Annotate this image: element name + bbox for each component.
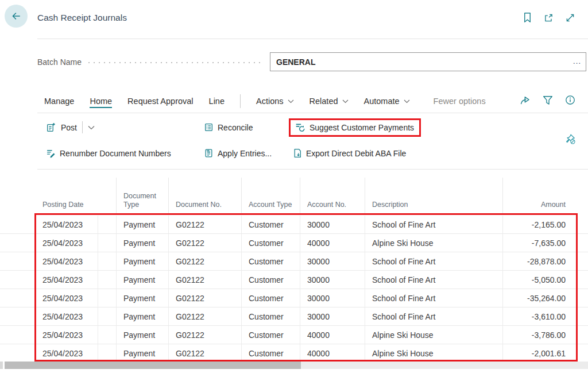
menu-request-approval[interactable]: Request Approval	[127, 97, 193, 106]
batch-name-input[interactable]	[270, 52, 586, 71]
cell-account-no[interactable]: 30000	[300, 252, 365, 270]
table-row[interactable]: 25/04/2023 Payment G02122 Customer 30000…	[0, 252, 588, 271]
cell-document-no[interactable]: G02122	[168, 344, 241, 361]
cell-posting-date[interactable]: 25/04/2023	[36, 271, 98, 289]
col-header-account-no[interactable]: Account No.	[300, 178, 365, 215]
table-row[interactable]: 25/04/2023 Payment G02122 Customer 30000…	[0, 307, 588, 326]
cell-posting-date[interactable]: 25/04/2023	[36, 326, 98, 344]
cell-description[interactable]: School of Fine Art	[365, 271, 502, 289]
reconcile-button[interactable]: Reconcile	[204, 122, 253, 132]
cell-description[interactable]: School of Fine Art	[365, 216, 502, 233]
cell-account-type[interactable]: Customer	[241, 307, 300, 325]
cell-document-type[interactable]: Payment	[116, 234, 168, 252]
cell-account-type[interactable]: Customer	[241, 271, 300, 289]
col-header-amount[interactable]: Amount	[502, 178, 577, 215]
cell-account-type[interactable]: Customer	[241, 216, 300, 233]
menu-related[interactable]: Related	[310, 97, 349, 106]
table-row[interactable]: 25/04/2023 Payment G02122 Customer 40000…	[0, 326, 588, 344]
cell-document-type[interactable]: Payment	[116, 344, 168, 361]
cell-account-type[interactable]: Customer	[241, 289, 300, 307]
cell-posting-date[interactable]: 25/04/2023	[36, 216, 98, 233]
horizontal-scrollbar-track[interactable]	[5, 362, 588, 369]
bookmark-icon[interactable]	[523, 12, 532, 23]
cell-amount[interactable]: -35,264.00	[502, 289, 577, 307]
cell-document-no[interactable]: G02122	[168, 234, 241, 252]
info-icon[interactable]	[565, 95, 575, 105]
menu-automate[interactable]: Automate	[364, 97, 410, 106]
cell-account-no[interactable]: 40000	[300, 326, 365, 344]
unpin-icon[interactable]	[564, 133, 576, 145]
apply-entries-button[interactable]: Apply Entries...	[204, 148, 272, 158]
table-row[interactable]: 25/04/2023 Payment G02122 Customer 40000…	[0, 344, 588, 361]
cell-amount[interactable]: -7,635.00	[502, 234, 577, 252]
cell-amount[interactable]: -3,610.00	[502, 307, 577, 325]
table-row[interactable]: 25/04/2023 Payment G02122 Customer 30000…	[0, 216, 588, 234]
cell-posting-date[interactable]: 25/04/2023	[36, 307, 98, 325]
cell-posting-date[interactable]: 25/04/2023	[36, 252, 98, 270]
col-header-account-type[interactable]: Account Type	[241, 178, 300, 215]
cell-document-no[interactable]: G02122	[168, 216, 241, 233]
col-header-description[interactable]: Description	[365, 178, 502, 215]
cell-description[interactable]: School of Fine Art	[365, 289, 502, 307]
suggest-customer-payments-button[interactable]: Suggest Customer Payments	[289, 118, 421, 137]
table-row[interactable]: 25/04/2023 Payment G02122 Customer 30000…	[0, 271, 588, 289]
export-file-icon	[293, 148, 302, 158]
menu-actions[interactable]: Actions	[256, 97, 294, 106]
horizontal-scrollbar-thumb[interactable]	[5, 362, 301, 369]
cell-amount[interactable]: -3,786.00	[502, 326, 577, 344]
cell-account-type[interactable]: Customer	[241, 344, 300, 361]
share-icon[interactable]	[520, 95, 531, 105]
cell-description[interactable]: School of Fine Art	[365, 307, 502, 325]
cell-document-no[interactable]: G02122	[168, 326, 241, 344]
cell-document-no[interactable]: G02122	[168, 289, 241, 307]
cell-description[interactable]: Alpine Ski House	[365, 234, 502, 252]
col-header-document-type[interactable]: Document Type	[116, 178, 168, 215]
cell-document-no[interactable]: G02122	[168, 252, 241, 270]
cell-description[interactable]: School of Fine Art	[365, 252, 502, 270]
cell-posting-date[interactable]: 25/04/2023	[36, 289, 98, 307]
open-in-window-icon[interactable]	[543, 13, 554, 23]
post-split-button[interactable]: Post	[46, 121, 95, 133]
ellipsis-lookup-icon[interactable]: …	[572, 55, 582, 67]
col-header-document-no[interactable]: Document No.	[168, 178, 241, 215]
expand-icon[interactable]	[565, 13, 575, 23]
cell-posting-date[interactable]: 25/04/2023	[36, 234, 98, 252]
cell-amount[interactable]: -5,050.00	[502, 271, 577, 289]
filter-icon[interactable]	[543, 95, 553, 105]
menu-fewer-options[interactable]: Fewer options	[434, 97, 486, 106]
table-row[interactable]: 25/04/2023 Payment G02122 Customer 40000…	[0, 234, 588, 252]
cell-amount[interactable]: -28,878.00	[502, 252, 577, 270]
cell-amount[interactable]: -2,001.61	[502, 344, 577, 361]
cell-posting-date[interactable]: 25/04/2023	[36, 344, 98, 361]
cell-document-type[interactable]: Payment	[116, 307, 168, 325]
menu-home[interactable]: Home	[90, 97, 112, 108]
cell-account-no[interactable]: 30000	[300, 271, 365, 289]
col-header-posting-date[interactable]: Posting Date	[36, 178, 116, 215]
cell-account-type[interactable]: Customer	[241, 326, 300, 344]
export-direct-debit-button[interactable]: Export Direct Debit ABA File	[293, 148, 406, 158]
renumber-document-numbers-button[interactable]: Renumber Document Numbers	[46, 148, 171, 158]
cell-document-type[interactable]: Payment	[116, 271, 168, 289]
row-gutter-right	[577, 271, 588, 289]
cell-account-type[interactable]: Customer	[241, 234, 300, 252]
cell-document-no[interactable]: G02122	[168, 271, 241, 289]
cell-account-no[interactable]: 40000	[300, 344, 365, 361]
cell-document-type[interactable]: Payment	[116, 216, 168, 233]
cell-document-no[interactable]: G02122	[168, 307, 241, 325]
cell-document-type[interactable]: Payment	[116, 326, 168, 344]
chevron-down-icon[interactable]	[88, 125, 95, 130]
cell-amount[interactable]: -2,165.00	[502, 216, 577, 233]
cell-account-no[interactable]: 30000	[300, 216, 365, 233]
cell-account-no[interactable]: 30000	[300, 289, 365, 307]
cell-document-type[interactable]: Payment	[116, 252, 168, 270]
table-row[interactable]: 25/04/2023 Payment G02122 Customer 30000…	[0, 289, 588, 307]
cell-description[interactable]: Alpine Ski House	[365, 344, 502, 361]
cell-document-type[interactable]: Payment	[116, 289, 168, 307]
cell-account-type[interactable]: Customer	[241, 252, 300, 270]
back-button[interactable]	[5, 5, 28, 28]
cell-description[interactable]: Alpine Ski House	[365, 326, 502, 344]
menu-manage[interactable]: Manage	[44, 97, 74, 106]
menu-line[interactable]: Line	[209, 97, 225, 106]
cell-account-no[interactable]: 40000	[300, 234, 365, 252]
cell-account-no[interactable]: 30000	[300, 307, 365, 325]
